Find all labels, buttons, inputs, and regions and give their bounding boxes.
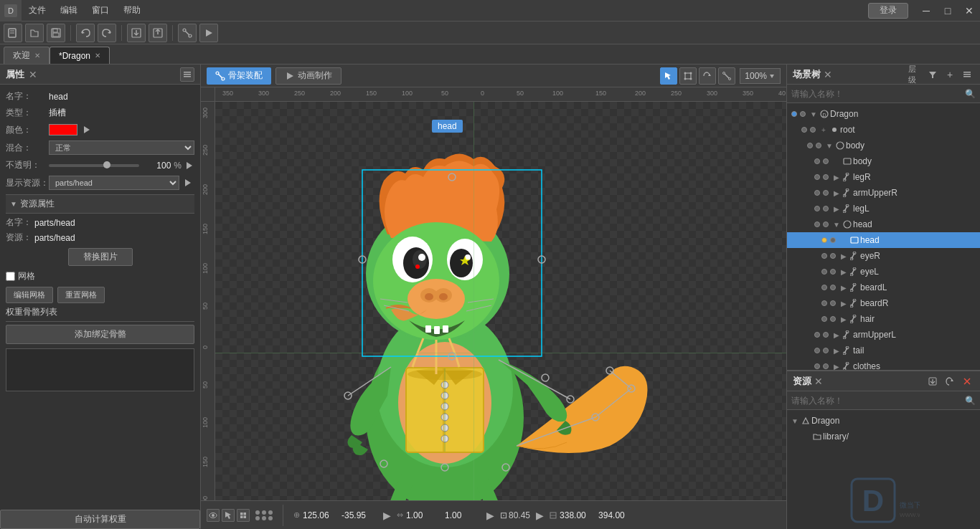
menu-help[interactable]: 帮助 — [116, 0, 148, 22]
blend-select[interactable]: 正常 — [49, 140, 194, 155]
dot-3[interactable] — [268, 510, 273, 515]
dot-4[interactable] — [255, 516, 260, 520]
scene-tree-close[interactable]: ✕ — [824, 69, 832, 80]
opacity-slider[interactable]: 100 % — [49, 161, 194, 171]
delete-asset-button[interactable] — [960, 374, 974, 389]
auto-calc-button[interactable]: 自动计算权重 — [0, 510, 200, 529]
tree-item-clothes[interactable]: ▶ clothes — [787, 358, 980, 370]
tree-lock-head-group[interactable] — [823, 221, 829, 227]
scene-tree-level-tab[interactable]: 层级 — [908, 67, 923, 82]
tree-lock-armUpperL[interactable] — [823, 332, 829, 338]
tree-lock-legR[interactable] — [823, 174, 829, 180]
tree-lock-armUpperR[interactable] — [823, 190, 829, 196]
redo-button[interactable] — [98, 24, 116, 42]
tree-item-beardL[interactable]: ▶ beardL — [787, 280, 980, 295]
tree-lock-legL[interactable] — [823, 206, 829, 211]
dot-1[interactable] — [255, 510, 260, 515]
dot-6[interactable] — [268, 516, 273, 520]
tree-item-dragon[interactable]: ▼ D Dragon — [787, 106, 980, 122]
tree-dot-eyeL[interactable] — [821, 269, 827, 275]
assets-search-input[interactable] — [791, 396, 965, 406]
properties-panel-close[interactable]: ✕ — [29, 69, 37, 80]
tree-dot-head-item[interactable] — [821, 237, 827, 243]
tree-dot-root[interactable] — [801, 127, 807, 133]
tab-welcome[interactable]: 欢迎 ✕ — [4, 47, 50, 64]
color-picker[interactable] — [49, 124, 77, 135]
color-arrow-button[interactable] — [80, 123, 93, 136]
menu-file[interactable]: 文件 — [22, 0, 53, 22]
tree-dot-clothes[interactable] — [814, 363, 820, 369]
replace-image-button[interactable]: 替换图片 — [68, 248, 133, 266]
tree-item-beardR[interactable]: ▶ beardR — [787, 295, 980, 311]
tree-item-legL[interactable]: ▶ legL — [787, 201, 980, 216]
tree-item-eyeR[interactable]: ▶ eyeR — [787, 248, 980, 264]
new-file-button[interactable] — [4, 24, 22, 42]
filter-icon[interactable] — [925, 67, 940, 82]
tree-options-button[interactable] — [960, 67, 974, 82]
tree-dot-armUpperL[interactable] — [814, 332, 820, 338]
assets-close[interactable]: ✕ — [814, 376, 823, 387]
login-button[interactable]: 登录 — [868, 3, 908, 19]
tree-search-icon[interactable]: 🔍 — [965, 89, 976, 99]
play-button[interactable] — [199, 24, 218, 42]
undo-button[interactable] — [76, 24, 95, 42]
tree-lock-body[interactable] — [816, 143, 821, 148]
anim-mode-button[interactable]: 动画制作 — [275, 67, 341, 85]
tab-dragon[interactable]: *Dragon ✕ — [50, 47, 110, 64]
asset-tree-item-library[interactable]: library/ — [787, 429, 980, 444]
tab-dragon-close[interactable]: ✕ — [95, 52, 100, 59]
tree-item-body-item[interactable]: body — [787, 153, 980, 169]
display-source-select[interactable]: parts/head — [49, 176, 179, 190]
tree-lock-head-item[interactable] — [830, 237, 836, 243]
mesh-checkbox-label[interactable]: 网格 — [6, 270, 35, 282]
tree-lock-dragon[interactable] — [800, 111, 806, 117]
refresh-assets-button[interactable] — [943, 374, 957, 389]
menu-edit[interactable]: 编辑 — [53, 0, 85, 22]
tree-item-armUpperR[interactable]: ▶ armUpperR — [787, 185, 980, 201]
eye-toggle-icon[interactable] — [207, 509, 220, 522]
tree-lock-eyeL[interactable] — [830, 269, 836, 275]
tree-item-tail[interactable]: ▶ tail — [787, 343, 980, 358]
play-icon-3[interactable]: ▶ — [536, 510, 544, 521]
tree-search-input[interactable] — [791, 89, 965, 99]
menu-window[interactable]: 窗口 — [85, 0, 116, 22]
maximize-button[interactable]: □ — [937, 0, 958, 22]
bone-mode-button[interactable]: 骨架装配 — [207, 67, 271, 85]
tree-lock-hair[interactable] — [830, 316, 836, 322]
minimize-button[interactable]: ─ — [915, 0, 937, 22]
edit-mesh-button[interactable]: 编辑网格 — [6, 287, 53, 303]
add-bone-button[interactable]: 添加绑定骨骼 — [6, 325, 194, 344]
asset-tree-item-dragon[interactable]: ▼ Dragon — [787, 413, 980, 429]
dot-2[interactable] — [262, 510, 266, 515]
export-button[interactable] — [149, 24, 167, 42]
tree-item-head-item[interactable]: head — [787, 232, 980, 248]
tab-welcome-close[interactable]: ✕ — [34, 52, 40, 59]
tree-dot-legR[interactable] — [814, 174, 820, 180]
tree-item-body-group[interactable]: ▼ body — [787, 138, 980, 153]
transform-tool[interactable] — [679, 67, 697, 85]
tree-dot-armUpperR[interactable] — [814, 190, 820, 196]
tree-dot-dragon[interactable] — [791, 111, 797, 117]
tree-item-hair[interactable]: ▶ hair — [787, 311, 980, 327]
canvas-viewport[interactable]: 350 300 250 200 150 100 50 0 50 100 150 … — [201, 87, 786, 500]
tree-dot-beardR[interactable] — [821, 300, 827, 306]
cursor-icon[interactable] — [222, 509, 235, 522]
tree-dot-legL[interactable] — [814, 206, 820, 211]
dot-5[interactable] — [262, 516, 266, 520]
open-file-button[interactable] — [25, 24, 44, 42]
add-node-button[interactable]: + — [943, 67, 957, 82]
grid-icon[interactable] — [237, 509, 250, 522]
select-tool[interactable] — [660, 67, 677, 85]
tree-dot-beardL[interactable] — [821, 285, 827, 290]
import-button[interactable] — [127, 24, 146, 42]
tree-item-root[interactable]: + root — [787, 122, 980, 138]
import-asset-button[interactable] — [925, 374, 940, 389]
tree-dot-hair[interactable] — [821, 316, 827, 322]
bone-tool[interactable] — [718, 67, 735, 85]
mesh-checkbox[interactable] — [6, 272, 15, 281]
opacity-arrow-button[interactable] — [184, 161, 194, 171]
tree-lock-root[interactable] — [810, 127, 816, 133]
tree-lock-clothes[interactable] — [823, 363, 829, 369]
save-file-button[interactable] — [47, 24, 65, 42]
tree-item-legR[interactable]: ▶ legR — [787, 169, 980, 185]
